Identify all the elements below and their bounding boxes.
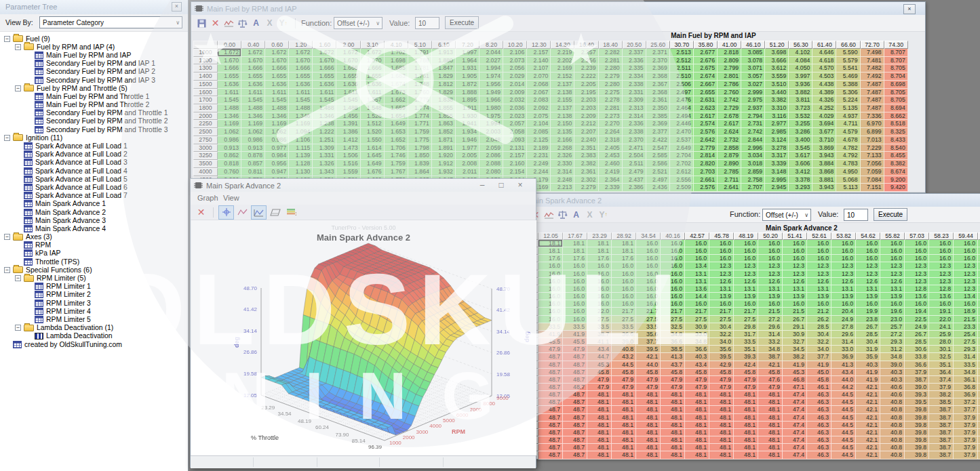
table-cell[interactable]: 1.838 bbox=[432, 96, 456, 104]
table-cell[interactable]: 2.222 bbox=[574, 73, 598, 81]
table-cell[interactable]: 2.137 bbox=[551, 81, 574, 89]
table-cell[interactable]: 2.331 bbox=[623, 89, 646, 97]
table-cell[interactable]: 38.2 bbox=[929, 391, 954, 398]
table-cell[interactable]: 13.9 bbox=[783, 293, 807, 300]
table-cell[interactable]: 1.670 bbox=[361, 57, 385, 65]
table-cell[interactable]: 3.317 bbox=[765, 152, 789, 160]
table-cell[interactable]: 13.9 bbox=[709, 293, 734, 300]
table-cell[interactable]: 1.761 bbox=[408, 73, 432, 81]
table-cell[interactable]: 13.1 bbox=[685, 270, 709, 278]
table-cell[interactable]: 1.864 bbox=[408, 168, 432, 176]
table-cell[interactable]: 1.666 bbox=[313, 64, 336, 73]
table-cell[interactable]: 3.057 bbox=[741, 73, 765, 81]
table-cell[interactable]: 3.943 bbox=[812, 152, 836, 160]
table-cell[interactable]: 42.1 bbox=[758, 361, 783, 369]
column-header[interactable]: 12.05 bbox=[538, 232, 563, 240]
table-cell[interactable]: 16.0 bbox=[758, 255, 783, 262]
table-cell[interactable]: 48.1 bbox=[734, 398, 758, 406]
table-cell[interactable]: 42.1 bbox=[856, 429, 880, 436]
tree-item[interactable]: RPM Limiter 2 bbox=[0, 291, 188, 299]
table-cell[interactable]: 0.862 bbox=[218, 152, 241, 160]
table-cell[interactable]: 39.8 bbox=[905, 436, 929, 444]
table-cell[interactable]: 1.611 bbox=[361, 89, 385, 97]
table-cell[interactable]: 41.3 bbox=[661, 353, 685, 361]
table-cell[interactable]: 1.891 bbox=[432, 144, 456, 152]
table-cell[interactable]: 2.313 bbox=[623, 104, 646, 112]
table-cell[interactable]: 1.798 bbox=[408, 144, 432, 152]
table-cell[interactable]: 45.3 bbox=[783, 369, 807, 376]
table-cell[interactable]: 2.479 bbox=[623, 168, 646, 176]
table-cell[interactable]: 40.3 bbox=[880, 376, 905, 384]
function-dropdown[interactable]: Offset (+/-) ∨ bbox=[334, 17, 383, 29]
table-cell[interactable]: 13.1 bbox=[783, 285, 807, 293]
table-cell[interactable]: 12.3 bbox=[954, 262, 978, 270]
table-cell[interactable]: 48.1 bbox=[636, 422, 661, 429]
table-cell[interactable]: 48.1 bbox=[734, 414, 758, 422]
column-header[interactable]: 16.40 bbox=[574, 41, 598, 49]
column-header[interactable]: 0.40 bbox=[241, 41, 265, 49]
table-cell[interactable]: 42.1 bbox=[856, 406, 880, 413]
table-cell[interactable]: 4.102 bbox=[789, 49, 812, 57]
table-cell[interactable]: 40.8 bbox=[880, 398, 905, 406]
column-header[interactable]: 20.50 bbox=[623, 41, 646, 49]
table-cell[interactable]: 16.0 bbox=[905, 300, 929, 308]
table-cell[interactable]: 16.0 bbox=[831, 240, 856, 247]
table-cell[interactable]: 48.1 bbox=[587, 436, 612, 444]
table-cell[interactable]: 3.078 bbox=[741, 57, 765, 65]
table-cell[interactable]: 22.0 bbox=[587, 308, 612, 315]
table-cell[interactable]: 1.115 bbox=[289, 144, 313, 152]
plane-icon[interactable] bbox=[267, 205, 283, 220]
table-cell[interactable]: 1.670 bbox=[289, 57, 313, 65]
table-cell[interactable]: 3.710 bbox=[812, 136, 836, 144]
table-cell[interactable]: 36.9 bbox=[954, 391, 978, 398]
table-cell[interactable]: 2.003 bbox=[479, 128, 503, 136]
table-cell[interactable]: 2.361 bbox=[646, 96, 670, 104]
table-cell[interactable]: 16.0 bbox=[612, 270, 636, 278]
table-cell[interactable]: 48.1 bbox=[709, 422, 734, 429]
table-cell[interactable]: 2.361 bbox=[574, 168, 598, 176]
tree-item[interactable]: Spark Advance at Full Load 6 bbox=[0, 183, 188, 191]
tree-item[interactable]: Spark Advance at Full Load 3 bbox=[0, 159, 188, 167]
table-cell[interactable]: 2.623 bbox=[694, 104, 718, 112]
table-cell[interactable]: 16.0 bbox=[587, 262, 612, 270]
table-cell[interactable]: 1.975 bbox=[479, 112, 503, 121]
table-cell[interactable]: 47.9 bbox=[587, 384, 612, 391]
table-cell[interactable]: 1.812 bbox=[432, 81, 456, 89]
table-cell[interactable]: 2.702 bbox=[670, 160, 694, 168]
table-cell[interactable]: 48.1 bbox=[612, 406, 636, 413]
table-cell[interactable]: 47.9 bbox=[636, 376, 661, 384]
table-cell[interactable]: 48.7 bbox=[538, 429, 563, 436]
table-cell[interactable]: 48.1 bbox=[612, 414, 636, 422]
table-cell[interactable]: 2.264 bbox=[599, 128, 623, 136]
table-cell[interactable]: 12.6 bbox=[758, 278, 783, 285]
table-cell[interactable]: 2.537 bbox=[670, 136, 694, 144]
table-cell[interactable]: 14.4 bbox=[685, 293, 709, 300]
table-cell[interactable]: 4.711 bbox=[836, 120, 860, 128]
column-header[interactable]: 35.80 bbox=[694, 41, 718, 49]
table-cell[interactable]: 1.672 bbox=[313, 49, 336, 57]
table-cell[interactable]: 2.512 bbox=[670, 57, 694, 65]
table-cell[interactable]: 4.389 bbox=[812, 89, 836, 97]
table-cell[interactable]: 2.419 bbox=[599, 168, 623, 176]
surface-chart-icon[interactable] bbox=[251, 205, 267, 220]
table-cell[interactable]: 2.576 bbox=[694, 128, 718, 136]
table-cell[interactable]: 42.1 bbox=[856, 444, 880, 451]
table-cell[interactable]: 47.9 bbox=[661, 376, 685, 384]
table-cell[interactable]: 16.0 bbox=[880, 255, 905, 262]
table-cell[interactable]: 1.670 bbox=[336, 57, 360, 65]
table-cell[interactable]: 2.203 bbox=[574, 96, 598, 104]
table-cell[interactable]: 48.1 bbox=[685, 429, 709, 436]
column-header[interactable]: 53.82 bbox=[831, 232, 856, 240]
table-cell[interactable]: 38.7 bbox=[929, 451, 954, 459]
table-cell[interactable]: 1.611 bbox=[289, 89, 313, 97]
table-cell[interactable]: 13.6 bbox=[929, 293, 954, 300]
table-cell[interactable]: 38.7 bbox=[758, 353, 783, 361]
table-cell[interactable]: 13.6 bbox=[905, 293, 929, 300]
tree-item[interactable]: Main Spark Advance 3 bbox=[0, 216, 188, 224]
table-cell[interactable]: 3.124 bbox=[765, 136, 789, 144]
table-cell[interactable]: 45.8 bbox=[709, 369, 734, 376]
table-cell[interactable]: 37.9 bbox=[929, 384, 954, 391]
table-cell[interactable]: 2.386 bbox=[623, 184, 646, 192]
table-cell[interactable]: 1.545 bbox=[313, 96, 336, 104]
table-cell[interactable]: 2.731 bbox=[741, 120, 765, 128]
